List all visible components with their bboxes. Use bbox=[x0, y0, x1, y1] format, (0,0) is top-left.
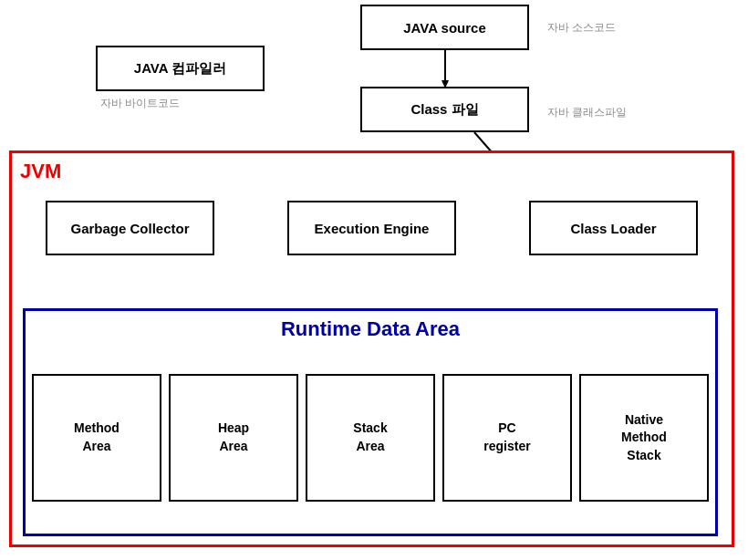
pc-register-label: PCregister bbox=[483, 420, 530, 455]
class-file-sublabel: 자바 클래스파일 bbox=[547, 105, 627, 120]
java-source-sublabel: 자바 소스코드 bbox=[547, 20, 616, 36]
stack-area-box: StackArea bbox=[306, 374, 435, 502]
execution-engine-box: Execution Engine bbox=[287, 201, 456, 255]
runtime-data-area-label: Runtime Data Area bbox=[23, 317, 718, 341]
stack-area-label: StackArea bbox=[353, 420, 387, 455]
garbage-collector-label: Garbage Collector bbox=[70, 221, 189, 236]
heap-area-label: HeapArea bbox=[218, 420, 249, 455]
java-source-label: JAVA source bbox=[403, 20, 486, 36]
native-method-stack-label: NativeMethodStack bbox=[621, 411, 667, 465]
class-file-label: Class 파일 bbox=[410, 101, 478, 119]
method-area-box: MethodArea bbox=[32, 374, 161, 502]
class-file-box: Class 파일 bbox=[360, 87, 529, 132]
java-compiler-box: JAVA 컴파일러 bbox=[96, 46, 265, 91]
jvm-label: JVM bbox=[20, 160, 61, 183]
component-row: Garbage Collector Execution Engine Class… bbox=[9, 201, 734, 255]
memory-areas: MethodArea HeapArea StackArea PCregister… bbox=[32, 374, 709, 502]
execution-engine-label: Execution Engine bbox=[315, 221, 430, 236]
class-loader-label: Class Loader bbox=[570, 221, 656, 236]
garbage-collector-box: Garbage Collector bbox=[46, 201, 214, 255]
diagram-container: 자바 소스코드 자바 바이트코드 자바 클래스파일 JAVA source JA… bbox=[0, 0, 748, 560]
java-compiler-label: JAVA 컴파일러 bbox=[134, 60, 226, 78]
native-method-stack-box: NativeMethodStack bbox=[579, 374, 709, 502]
class-loader-box: Class Loader bbox=[529, 201, 698, 255]
pc-register-box: PCregister bbox=[442, 374, 572, 502]
method-area-label: MethodArea bbox=[74, 420, 119, 455]
heap-area-box: HeapArea bbox=[169, 374, 298, 502]
java-compiler-sublabel: 자바 바이트코드 bbox=[100, 96, 180, 111]
java-source-box: JAVA source bbox=[360, 5, 529, 50]
